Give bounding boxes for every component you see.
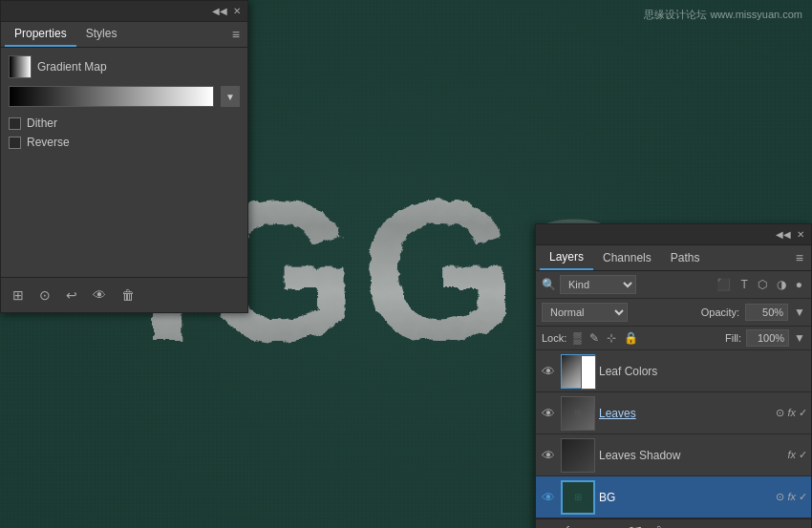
layers-tabs: Layers Channels Paths ≡	[536, 245, 811, 271]
layers-trash-icon[interactable]: 🗑	[652, 524, 666, 528]
layer-eye-leaf-colors[interactable]: 👁	[540, 363, 557, 380]
filter-pixel-icon[interactable]: ⬛	[714, 277, 734, 292]
layers-titlebar-buttons: ◀◀ ✕	[777, 228, 807, 242]
layer-row-leaves-shadow[interactable]: 👁 ⊞ Leaves Shadow fx ✓	[536, 434, 811, 476]
dither-checkbox[interactable]	[9, 117, 21, 130]
tab-layers[interactable]: Layers	[540, 245, 593, 270]
watermark: 思缘设计论坛 www.missyuan.com	[644, 8, 802, 22]
frame-icon[interactable]: ⊞	[9, 285, 28, 305]
reverse-label: Reverse	[27, 136, 70, 149]
layers-link-icon[interactable]: ⊙	[544, 524, 555, 528]
history-icon[interactable]: ↩	[62, 285, 81, 305]
layer-thumb-leaves-shadow: ⊞	[561, 438, 595, 473]
lock-label: Lock:	[542, 332, 566, 344]
blend-mode-dropdown[interactable]: Normal	[542, 303, 628, 322]
fill-input[interactable]	[746, 329, 789, 347]
filter-shape-icon[interactable]: ⬡	[755, 277, 770, 292]
layer-thumb-leaf-colors	[561, 354, 595, 389]
layers-mask-icon[interactable]: ◻	[585, 524, 596, 528]
fill-label: Fill:	[725, 332, 741, 344]
layer-eye-leaves[interactable]: 👁	[540, 405, 557, 422]
layer-row-bg[interactable]: 👁 ⊞ BG ⊙ fx ✓	[536, 476, 811, 518]
layer-row-leaf-colors[interactable]: 👁 Leaf Colors	[536, 350, 811, 392]
lock-icons: ▒ ✎ ⊹ 🔒	[571, 330, 640, 346]
dither-checkbox-row: Dither	[9, 116, 240, 130]
layers-panel: ◀◀ ✕ Layers Channels Paths ≡ 🔍 Kind ⬛ T …	[535, 223, 812, 528]
layer-name-leaves-shadow: Leaves Shadow	[599, 449, 783, 462]
layers-footer: ⊙ fx ◻ ◑ 📁 🗑	[536, 518, 811, 528]
dither-label: Dither	[27, 116, 57, 130]
tab-channels[interactable]: Channels	[593, 246, 661, 269]
reverse-checkbox[interactable]	[9, 137, 21, 149]
lock-image-icon[interactable]: ✎	[588, 330, 601, 346]
layers-close-button[interactable]: ✕	[794, 228, 807, 242]
layers-lock-row: Lock: ▒ ✎ ⊹ 🔒 Fill: ▼	[536, 327, 811, 350]
gradient-bar-container: ▼	[9, 86, 240, 107]
layer-name-leaf-colors: Leaf Colors	[599, 365, 807, 378]
properties-titlebar: ◀◀ ✕	[1, 1, 247, 22]
properties-tabs: Properties Styles ≡	[1, 22, 247, 48]
filter-adjustment-icon[interactable]: ◑	[774, 277, 789, 292]
lock-artboard-icon[interactable]: 🔒	[622, 330, 640, 346]
filter-smart-icon[interactable]: ●	[793, 277, 805, 292]
layers-adjustment-icon[interactable]: ◑	[606, 524, 617, 528]
properties-panel: ◀◀ ✕ Properties Styles ≡ Gradient Map ▼ …	[0, 0, 248, 313]
properties-footer: ⊞ ⊙ ↩ 👁 🗑	[1, 277, 247, 312]
layer-name-leaves: Leaves	[599, 407, 772, 420]
gradient-map-icon	[9, 55, 32, 78]
layer-fx-leaves-shadow: fx ✓	[787, 449, 807, 461]
layer-row-leaves[interactable]: 👁 ⊞ Leaves ⊙ fx ✓	[536, 392, 811, 434]
watermark-text: 思缘设计论坛 www.missyuan.com	[644, 9, 802, 20]
properties-menu-icon[interactable]: ≡	[228, 23, 244, 46]
link-icon[interactable]: ⊙	[35, 285, 54, 305]
layer-fx-leaves: ⊙ fx ✓	[776, 407, 807, 419]
lock-transparent-icon[interactable]: ▒	[571, 330, 584, 346]
opacity-arrow[interactable]: ▼	[794, 306, 805, 319]
layer-fx-bg: ⊙ fx ✓	[776, 491, 807, 503]
filter-type-icon[interactable]: T	[737, 277, 750, 292]
fill-arrow[interactable]: ▼	[794, 331, 805, 345]
opacity-input[interactable]	[745, 304, 788, 321]
tab-styles[interactable]: Styles	[76, 22, 127, 47]
layer-name-bg: BG	[599, 491, 772, 504]
filter-icons-row: ⬛ T ⬡ ◑ ●	[714, 277, 805, 292]
reverse-checkbox-row: Reverse	[9, 136, 240, 149]
gradient-map-label: Gradient Map	[37, 60, 107, 74]
properties-spacer	[9, 155, 240, 269]
opacity-label: Opacity:	[701, 306, 739, 318]
eye-icon[interactable]: 👁	[89, 285, 110, 305]
tab-properties[interactable]: Properties	[5, 22, 76, 47]
trash-icon[interactable]: 🗑	[118, 285, 139, 305]
collapse-button[interactable]: ◀◀	[213, 5, 226, 18]
close-button[interactable]: ✕	[230, 5, 244, 18]
kind-dropdown[interactable]: Kind	[560, 275, 636, 294]
layers-collapse-button[interactable]: ◀◀	[777, 228, 790, 242]
layers-titlebar: ◀◀ ✕	[536, 224, 811, 245]
layer-eye-bg[interactable]: 👁	[540, 489, 557, 506]
lock-position-icon[interactable]: ⊹	[605, 330, 618, 346]
layer-eye-leaves-shadow[interactable]: 👁	[540, 447, 557, 464]
layers-blend-row: Normal Opacity: ▼	[536, 299, 811, 327]
layers-filter-row: 🔍 Kind ⬛ T ⬡ ◑ ●	[536, 271, 811, 299]
layers-menu-icon[interactable]: ≡	[792, 246, 807, 269]
properties-content: Gradient Map ▼ Dither Reverse	[1, 48, 247, 277]
layer-thumb-bg: ⊞	[561, 480, 595, 515]
gradient-bar-arrow[interactable]: ▼	[221, 86, 240, 107]
gradient-map-header: Gradient Map	[9, 55, 240, 78]
layers-folder-icon[interactable]: 📁	[627, 524, 643, 528]
tab-paths[interactable]: Paths	[661, 246, 710, 269]
layers-fx-icon[interactable]: fx	[565, 524, 575, 528]
layer-thumb-leaves: ⊞	[561, 396, 595, 431]
titlebar-buttons: ◀◀ ✕	[213, 5, 244, 18]
filter-search-icon: 🔍	[542, 278, 556, 291]
gradient-bar[interactable]	[9, 86, 214, 107]
